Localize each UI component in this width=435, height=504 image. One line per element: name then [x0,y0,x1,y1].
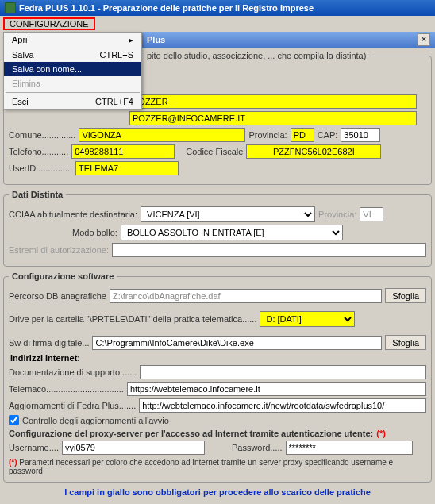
dd-prov-label: Provincia: [318,210,356,219]
pozzer-input[interactable] [129,94,417,109]
percorso-input [110,289,382,303]
telefono-label: Telefono........... [9,147,68,156]
dati-distinta-legend: Dati Distinta [9,190,66,199]
comune-label: Comune.............. [9,130,75,140]
menu-configurazione[interactable]: CONFIGURAZIONE [5,17,94,30]
menu-esci-label: Esci [12,97,29,106]
config-dropdown: Apri Salva CTRL+S Salva con nome... Elim… [3,32,142,110]
password-label: Password..... [232,443,283,452]
menu-apri[interactable]: Apri [4,33,141,48]
cf-label: Codice Fiscale [186,147,243,156]
menu-salva-con-nome[interactable]: Salva con nome... [4,62,141,76]
indirizzi-section-label: Indirizzi Internet: [10,353,426,363]
app-icon [5,2,16,13]
comune-input[interactable] [79,128,245,142]
subtitle-bar: Plus × [142,32,435,48]
modo-bollo-label: Modo bollo: [72,228,117,237]
userid-input[interactable] [75,161,179,175]
dati-distinta-group: Dati Distinta CCIAA abitualmente destina… [3,190,432,267]
provincia-input[interactable] [291,128,314,142]
warn-star: (*) [376,429,386,438]
provincia-label: Provincia: [248,130,287,140]
sw-firma-label: Sw di firma digitale... [9,338,89,348]
sfoglia-button-1[interactable]: Sfoglia [385,288,426,303]
telemaco-label: Telemaco................................ [9,384,124,394]
telefono-input[interactable] [71,144,175,159]
proxy-legend: Configurazione del proxy-server per l'ac… [9,429,373,438]
menu-salva-shortcut: CTRL+S [100,50,134,60]
menu-elimina-label: Elimina [12,79,40,88]
subtitle-text: Plus [147,35,165,44]
cf-input[interactable] [246,144,381,159]
menu-salva[interactable]: Salva CTRL+S [4,48,141,62]
dd-prov-input [360,207,383,221]
password-input[interactable] [286,441,413,455]
cap-input[interactable] [341,128,380,142]
modo-bollo-select[interactable]: BOLLO ASSOLTO IN ENTRATA [E] [121,225,343,240]
menu-separator [6,92,140,93]
intermediary-legend: pito dello studio, associazione, ... che… [144,51,369,60]
menu-elimina[interactable]: Elimina [4,76,141,90]
username-label: Username.... [9,443,59,452]
close-icon[interactable]: × [418,33,430,46]
cap-label: CAP: [318,130,338,140]
estremi-label: Estremi di autorizzazione: [9,245,109,255]
username-input[interactable] [62,441,205,455]
menu-salva-con-nome-label: Salva con nome... [12,64,82,74]
doc-supporto-input[interactable] [140,365,426,379]
check-aggiornamenti[interactable] [9,415,19,425]
proxy-footnote: Parametri necessari per coloro che acced… [9,458,393,475]
menu-salva-label: Salva [12,50,34,60]
mandatory-note: I campi in giallo sono obbligatori per p… [3,487,432,497]
drive-select[interactable]: D: [DATI] [260,311,355,327]
footnote-star: (*) [9,458,17,467]
cciaa-label: CCIAA abitualmente destinataria: [9,210,137,219]
aggiornamenti-label: Aggiornamenti di Fedra Plus....... [9,401,136,410]
titlebar: Fedra PLUS 1.10.1 - Preparazione delle p… [0,0,435,16]
sw-firma-input[interactable] [92,336,382,350]
telemaco-input[interactable] [127,382,426,396]
percorso-label: Percorso DB anagrafiche [9,291,106,301]
email-input[interactable] [129,111,417,125]
config-software-group: Configurazione software Percorso DB anag… [3,271,432,483]
titlebar-text: Fedra PLUS 1.10.1 - Preparazione delle p… [19,3,314,13]
menu-esci-shortcut: CTRL+F4 [95,97,133,106]
doc-supporto-label: Documentazione di supporto....... [9,367,137,377]
userid-label: UserID............... [9,164,72,173]
cciaa-select[interactable]: VICENZA [VI] [141,206,315,222]
aggiornamenti-input[interactable] [139,398,426,413]
estremi-input [112,243,426,257]
config-software-legend: Configurazione software [9,271,117,281]
menubar: CONFIGURAZIONE [0,16,435,32]
sfoglia-button-2[interactable]: Sfoglia [385,335,426,350]
menu-apri-label: Apri [12,35,28,45]
drive-label: Drive per la cartella "\PRTELE\DATI" del… [9,314,256,324]
menu-esci[interactable]: Esci CTRL+F4 [4,94,141,109]
check-aggiornamenti-label: Controllo degli aggiornamenti all'avvio [22,416,169,425]
